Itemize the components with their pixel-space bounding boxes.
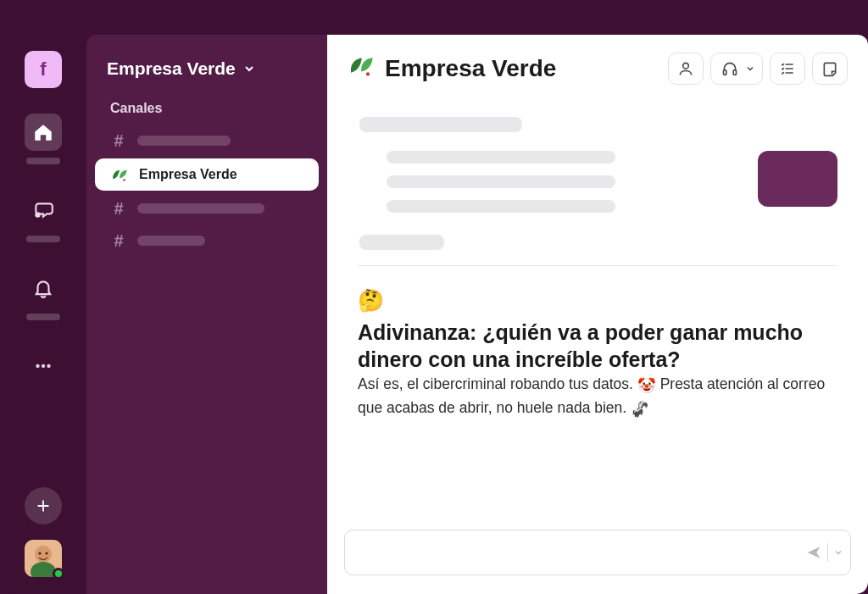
members-button[interactable]: [668, 53, 704, 85]
channel-header: Empresa Verde: [327, 35, 868, 97]
workspace-switcher[interactable]: Empresa Verde: [86, 48, 327, 94]
canvas-button[interactable]: [770, 53, 805, 85]
send-icon[interactable]: [805, 544, 822, 561]
channel-name-placeholder: [137, 136, 231, 146]
svg-point-8: [45, 552, 47, 554]
header-actions: [668, 53, 848, 85]
huddle-button[interactable]: [710, 53, 763, 85]
leaf-icon: [348, 52, 375, 85]
post-body: Así es, el cibercriminal robando tus dat…: [358, 375, 825, 416]
channel-content: 🤔 Adivinanza: ¿quién va a poder ganar mu…: [327, 97, 868, 506]
chat-icon: [25, 192, 62, 229]
channel-title[interactable]: Empresa Verde: [348, 52, 556, 85]
svg-point-0: [35, 212, 41, 217]
workspace-tile-letter: f: [40, 58, 46, 80]
svg-rect-12: [724, 69, 726, 75]
more-icon: [25, 347, 62, 385]
rail-label-placeholder: [26, 158, 60, 164]
channel-item[interactable]: #: [86, 192, 327, 225]
svg-point-1: [36, 364, 39, 368]
bell-icon: [25, 269, 62, 307]
rail-item-more[interactable]: [25, 347, 62, 385]
message-composer[interactable]: [344, 530, 851, 575]
leaf-icon: [110, 165, 129, 184]
hash-icon: #: [110, 131, 127, 151]
composer-input[interactable]: [357, 545, 805, 560]
svg-point-11: [683, 63, 689, 69]
channel-title-text: Empresa Verde: [385, 55, 556, 82]
send-button-group: [805, 543, 843, 562]
channel-item[interactable]: #: [86, 225, 327, 257]
svg-point-2: [42, 364, 45, 368]
home-icon: [25, 114, 62, 151]
message-skeleton: [358, 117, 837, 250]
rail-label-placeholder: [26, 236, 60, 242]
rail-item-dms[interactable]: [25, 192, 62, 242]
user-avatar[interactable]: [25, 540, 62, 577]
channels-sidebar: Empresa Verde Canales # Empresa Verde # …: [86, 35, 327, 594]
presence-indicator: [53, 568, 64, 580]
channel-item-selected[interactable]: Empresa Verde: [95, 158, 319, 191]
app-rail: f: [0, 0, 86, 594]
thinking-emoji: 🤔: [358, 286, 384, 314]
workspace-tile[interactable]: f: [25, 51, 62, 88]
workspace-name: Empresa Verde: [107, 58, 236, 79]
post-title: 🤔 Adivinanza: ¿quién va a poder ganar mu…: [358, 286, 837, 373]
hash-icon: #: [110, 231, 127, 251]
clown-emoji: 🤡: [637, 375, 656, 397]
attachment-placeholder: [758, 151, 837, 207]
channel-name: Empresa Verde: [139, 167, 237, 182]
post-body-part1: Así es, el cibercriminal robando tus dat…: [358, 375, 633, 392]
svg-point-7: [38, 552, 41, 554]
chevron-down-icon: [745, 64, 755, 74]
svg-point-9: [123, 179, 125, 181]
chevron-down-icon: [242, 62, 256, 75]
note-icon: [821, 60, 838, 77]
svg-point-3: [47, 364, 50, 368]
hash-icon: #: [110, 199, 127, 219]
svg-rect-13: [733, 69, 736, 75]
list-icon: [779, 60, 796, 77]
headphones-icon: [721, 60, 738, 77]
svg-point-10: [366, 72, 370, 75]
details-button[interactable]: [812, 53, 848, 85]
divider: [358, 265, 837, 266]
add-button[interactable]: [25, 487, 62, 525]
chevron-down-icon[interactable]: [833, 547, 843, 558]
person-icon: [677, 60, 694, 77]
channel-item[interactable]: #: [86, 125, 327, 157]
rail-item-home[interactable]: [25, 114, 62, 164]
rail-item-activity[interactable]: [25, 269, 62, 320]
separator: [827, 543, 828, 562]
section-channels-title: Canales: [86, 94, 327, 125]
channel-name-placeholder: [137, 236, 205, 246]
channel-name-placeholder: [137, 203, 264, 214]
skunk-emoji: 🦨: [631, 398, 649, 420]
main-panel: Empresa Verde: [327, 35, 868, 594]
rail-label-placeholder: [26, 314, 60, 320]
post-title-text: Adivinanza: ¿quién va a poder ganar much…: [358, 319, 837, 373]
